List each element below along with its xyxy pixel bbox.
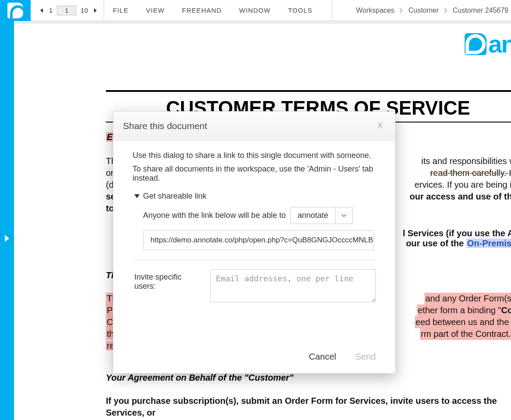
divider [133, 260, 376, 260]
share-dialog-title: Share this document [123, 121, 207, 131]
expand-sidebar-button[interactable] [4, 234, 10, 243]
title-rule-top [106, 90, 511, 92]
brand-watermark: anno [465, 30, 511, 58]
svg-marker-2 [94, 8, 97, 13]
breadcrumb-customer[interactable]: Customer [408, 7, 438, 14]
share-dialog-header: Share this document X [113, 112, 395, 140]
share-dialog-body: Use this dialog to share a link to this … [113, 140, 395, 344]
menu-bar: FILE VIEW FREEHAND WINDOW TOOLS [104, 0, 332, 21]
prev-page-button[interactable] [39, 8, 45, 13]
invite-emails-input[interactable] [210, 269, 376, 302]
app-logo[interactable] [0, 0, 31, 21]
menu-tools[interactable]: TOOLS [279, 7, 321, 14]
section-heading: Your Agreement on Behalf of the "Custome… [106, 373, 511, 383]
share-dialog: Share this document X Use this dialog to… [113, 111, 396, 374]
highlight-pink: eed between us and the Cust [415, 316, 511, 328]
next-page-button[interactable] [92, 8, 98, 13]
send-button[interactable]: Send [355, 352, 376, 362]
share-dialog-footer: Cancel Send [113, 344, 395, 373]
menu-file[interactable]: FILE [104, 7, 137, 14]
svg-marker-3 [134, 194, 140, 198]
top-toolbar: 1 10 FILE VIEW FREEHAND WINDOW TOOLS Wor… [31, 0, 511, 21]
get-shareable-link-toggle[interactable]: Get shareable link [134, 192, 376, 201]
menu-freehand[interactable]: FREEHAND [173, 7, 231, 14]
chevron-right-icon [399, 8, 403, 13]
share-description-2: To share all documents in the workspace,… [133, 164, 376, 183]
highlight-blue: On-Premise Se [466, 238, 511, 248]
page-navigator: 1 10 [31, 0, 104, 21]
permission-label: Anyone with the link below will be able … [143, 211, 286, 220]
strikethrough-text: read them carefully. If you [430, 167, 511, 179]
get-shareable-link-label: Get shareable link [143, 192, 206, 201]
highlight-pink: rm part of the Contract. "We [420, 328, 511, 340]
chevron-down-icon[interactable] [335, 207, 353, 224]
share-description-1: Use this dialog to share a link to this … [133, 151, 376, 160]
total-pages: 10 [80, 7, 88, 14]
breadcrumb-document[interactable]: Customer 245679 [453, 7, 508, 14]
left-rail [0, 0, 14, 420]
permission-row: Anyone with the link below will be able … [143, 207, 376, 224]
paragraph: If you purchase subscription(s), submit … [106, 395, 511, 419]
permission-select[interactable]: annotate [290, 207, 353, 224]
share-url-field[interactable]: https://demo.annotate.co/php/open.php?c=… [143, 230, 374, 250]
menu-window[interactable]: WINDOW [231, 7, 280, 14]
brand-text: anno [488, 30, 511, 58]
current-page-input[interactable] [57, 6, 76, 15]
app-logo-glyph [7, 3, 23, 18]
cancel-button[interactable]: Cancel [309, 352, 336, 362]
highlight-pink: ether form a binding "Contra [417, 304, 511, 316]
invite-label: Invite specific users: [134, 269, 204, 291]
triangle-down-icon [134, 192, 140, 201]
svg-marker-0 [5, 235, 9, 242]
breadcrumb: Workspaces Customer Customer 245679 [347, 7, 511, 14]
svg-marker-1 [40, 8, 43, 13]
menu-view[interactable]: VIEW [137, 7, 173, 14]
brand-mark-icon [465, 33, 486, 55]
close-button[interactable]: X [375, 119, 385, 132]
chevron-right-icon [444, 8, 448, 13]
breadcrumb-workspaces[interactable]: Workspaces [356, 7, 395, 14]
invite-row: Invite specific users: [134, 269, 376, 302]
highlight-pink: and any Order Form(s) (de [424, 293, 511, 304]
first-page-number: 1 [49, 7, 52, 14]
permission-value: annotate [290, 207, 335, 224]
